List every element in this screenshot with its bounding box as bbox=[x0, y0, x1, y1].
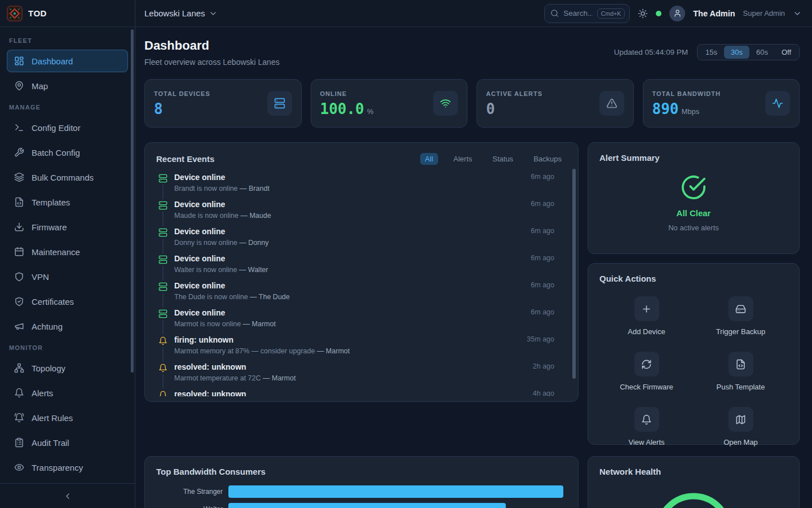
bandwidth-row: The Stranger bbox=[156, 485, 567, 498]
event-row[interactable]: resolved: unknown 4h ago bbox=[158, 389, 567, 396]
event-description: Marmot is now online — Marmot bbox=[174, 320, 276, 328]
event-row[interactable]: firing: unknown Marmot memory at 87% — c… bbox=[158, 335, 567, 362]
search-input[interactable]: Search... Cmd+K bbox=[544, 4, 630, 23]
sidebar-item-label: Map bbox=[32, 81, 48, 91]
interval-off-button[interactable]: Off bbox=[775, 46, 798, 59]
org-name: Lebowski Lanes bbox=[144, 8, 205, 18]
events-tab-alerts[interactable]: Alerts bbox=[448, 153, 477, 165]
events-tab-backups[interactable]: Backups bbox=[528, 153, 567, 165]
user-name: The Admin bbox=[693, 9, 735, 18]
sidebar-item-achtung[interactable]: Achtung bbox=[7, 315, 128, 338]
sidebar-item-label: Alerts bbox=[32, 388, 53, 398]
quick-action-add-device[interactable]: Add Device bbox=[599, 296, 694, 336]
event-row[interactable]: Device online The Dude is now online — T… bbox=[158, 281, 567, 308]
event-row[interactable]: Device online Walter is now online — Wal… bbox=[158, 254, 567, 281]
event-row[interactable]: Device online Marmot is now online — Mar… bbox=[158, 308, 567, 335]
sidebar-item-map[interactable]: Map bbox=[7, 75, 128, 97]
sidebar-item-config-editor[interactable]: Config Editor bbox=[7, 116, 128, 139]
sidebar-item-alerts[interactable]: Alerts bbox=[7, 382, 128, 404]
sidebar-item-alert-rules[interactable]: Alert Rules bbox=[7, 406, 128, 429]
quick-action-label: Add Device bbox=[628, 327, 665, 336]
quick-actions-title: Quick Actions bbox=[599, 274, 656, 283]
sidebar-item-label: Firmware bbox=[32, 222, 67, 232]
sidebar-item-maintenance[interactable]: Maintenance bbox=[7, 240, 128, 263]
file-code-icon bbox=[14, 197, 24, 207]
event-row[interactable]: Device online Maude is now online — Maud… bbox=[158, 200, 567, 227]
layout-dashboard-icon bbox=[14, 56, 24, 66]
search-icon bbox=[550, 9, 559, 17]
event-description: Walter is now online — Walter bbox=[174, 266, 268, 274]
event-row[interactable]: Device online Brandt is now online — Bra… bbox=[158, 173, 567, 200]
sidebar-section-label: MANAGE bbox=[9, 104, 126, 111]
event-time: 6m ago bbox=[531, 173, 567, 181]
sidebar-item-label: Maintenance bbox=[32, 247, 80, 257]
event-row[interactable]: resolved: unknown Marmot temperature at … bbox=[158, 362, 567, 389]
topbar: TOD Lebowski Lanes Search... Cmd+K The A… bbox=[0, 0, 812, 27]
stat-label: ONLINE bbox=[320, 90, 374, 97]
sidebar-item-transparency[interactable]: Transparency bbox=[7, 456, 128, 479]
org-switcher[interactable]: Lebowski Lanes bbox=[144, 8, 218, 18]
sidebar-item-label: Topology bbox=[32, 364, 65, 373]
stat-value: 0 bbox=[486, 102, 542, 116]
bandwidth-bar-track bbox=[228, 503, 567, 508]
sidebar-item-label: Batch Config bbox=[32, 148, 80, 157]
sidebar-item-bulk-commands[interactable]: Bulk Commands bbox=[7, 166, 128, 189]
event-title: Device online bbox=[174, 200, 271, 209]
quick-action-push-template[interactable]: Push Template bbox=[694, 352, 788, 391]
event-time: 6m ago bbox=[531, 200, 567, 208]
events-tab-all[interactable]: All bbox=[420, 153, 438, 165]
event-title: Device online bbox=[174, 254, 268, 264]
event-time: 6m ago bbox=[531, 281, 567, 289]
quick-action-check-firmware[interactable]: Check Firmware bbox=[599, 352, 694, 391]
sidebar-item-topology[interactable]: Topology bbox=[7, 357, 128, 379]
alert-summary-status: All Clear bbox=[677, 208, 711, 218]
layers-icon bbox=[14, 172, 24, 182]
quick-action-label: View Alerts bbox=[628, 438, 664, 446]
plus-icon bbox=[634, 296, 659, 321]
activity-icon bbox=[765, 91, 790, 116]
stat-card-online: ONLINE 100.0% bbox=[311, 79, 468, 128]
page-title: Dashboard bbox=[144, 38, 280, 53]
quick-actions-panel: Quick Actions Add Device Trigger Backup … bbox=[588, 263, 800, 445]
sidebar-item-batch-config[interactable]: Batch Config bbox=[7, 141, 128, 164]
sidebar-item-label: Alert Rules bbox=[32, 413, 73, 423]
sidebar-section-manage: MANAGE Config Editor Batch Config Bulk C… bbox=[7, 104, 128, 338]
events-scrollbar[interactable] bbox=[572, 169, 576, 379]
event-time: 2h ago bbox=[533, 362, 567, 370]
event-description: Marmot memory at 87% — consider upgrade … bbox=[174, 347, 350, 355]
clipboard-list-icon bbox=[14, 437, 24, 448]
event-row[interactable]: Device online Donny is now online — Donn… bbox=[158, 227, 567, 254]
bell-icon bbox=[14, 388, 24, 398]
user-menu-chevron-down-icon[interactable] bbox=[793, 9, 802, 18]
sidebar-item-certificates[interactable]: Certificates bbox=[7, 290, 128, 313]
event-time: 6m ago bbox=[531, 254, 567, 262]
interval-30s-button[interactable]: 30s bbox=[724, 46, 749, 59]
event-time: 35m ago bbox=[527, 335, 567, 343]
file-code-icon bbox=[729, 352, 753, 376]
check-circle-icon bbox=[681, 174, 707, 200]
user-role: Super Admin bbox=[743, 9, 785, 17]
events-tab-status[interactable]: Status bbox=[487, 153, 518, 165]
terminal-icon bbox=[14, 122, 24, 133]
server-icon bbox=[267, 91, 292, 116]
sidebar-item-audit-trail[interactable]: Audit Trail bbox=[7, 431, 128, 454]
quick-action-open-map[interactable]: Open Map bbox=[694, 407, 788, 446]
sidebar-item-vpn[interactable]: VPN bbox=[7, 265, 128, 288]
sidebar-item-firmware[interactable]: Firmware bbox=[7, 216, 128, 238]
events-list: Device online Brandt is now online — Bra… bbox=[156, 173, 567, 396]
sidebar-item-label: VPN bbox=[32, 272, 49, 282]
interval-60s-button[interactable]: 60s bbox=[749, 46, 775, 59]
avatar[interactable] bbox=[669, 6, 685, 21]
sidebar-collapse-button[interactable] bbox=[0, 483, 135, 508]
sidebar-item-templates[interactable]: Templates bbox=[7, 191, 128, 213]
bell-ring-icon bbox=[14, 413, 24, 423]
quick-action-view-alerts[interactable]: View Alerts bbox=[599, 407, 694, 446]
sidebar-scrollbar[interactable] bbox=[131, 29, 134, 373]
event-title: resolved: unknown bbox=[174, 362, 295, 372]
theme-toggle-sun-icon[interactable] bbox=[638, 8, 648, 19]
sidebar-item-dashboard[interactable]: Dashboard bbox=[7, 50, 128, 72]
alert-summary-panel: Alert Summary All Clear No active alerts bbox=[588, 142, 800, 254]
quick-action-trigger-backup[interactable]: Trigger Backup bbox=[694, 296, 788, 336]
stat-card-total-bandwidth: TOTAL BANDWIDTH 890Mbps bbox=[643, 79, 800, 128]
interval-15s-button[interactable]: 15s bbox=[699, 46, 724, 59]
